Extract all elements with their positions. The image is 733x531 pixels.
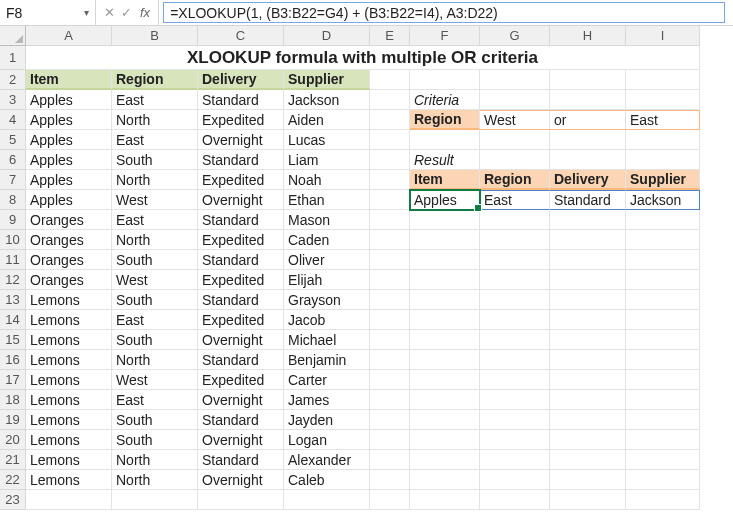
- cell-E7[interactable]: [370, 170, 410, 190]
- table-cell[interactable]: Apples: [26, 130, 112, 150]
- cell-E8[interactable]: [370, 190, 410, 210]
- row-head-16[interactable]: 16: [0, 350, 26, 370]
- result-cell[interactable]: Apples: [410, 190, 480, 210]
- table-cell[interactable]: Apples: [26, 150, 112, 170]
- cell-I12[interactable]: [626, 270, 700, 290]
- cell-F21[interactable]: [410, 450, 480, 470]
- res-hdr-supplier[interactable]: Supplier: [626, 170, 700, 190]
- cell-F18[interactable]: [410, 390, 480, 410]
- row-head-23[interactable]: 23: [0, 490, 26, 510]
- table-cell[interactable]: Lemons: [26, 390, 112, 410]
- row-head-2[interactable]: 2: [0, 70, 26, 90]
- table-cell[interactable]: Michael: [284, 330, 370, 350]
- table-cell[interactable]: Oranges: [26, 250, 112, 270]
- table-cell[interactable]: Overnight: [198, 130, 284, 150]
- select-all-corner[interactable]: [0, 26, 26, 46]
- table-cell[interactable]: Noah: [284, 170, 370, 190]
- table-cell[interactable]: Lemons: [26, 350, 112, 370]
- table-cell[interactable]: Oranges: [26, 270, 112, 290]
- table-cell[interactable]: Overnight: [198, 430, 284, 450]
- cell-G20[interactable]: [480, 430, 550, 450]
- cell-G12[interactable]: [480, 270, 550, 290]
- row-head-22[interactable]: 22: [0, 470, 26, 490]
- row-head-17[interactable]: 17: [0, 370, 26, 390]
- cell-E11[interactable]: [370, 250, 410, 270]
- cell-E13[interactable]: [370, 290, 410, 310]
- table-cell[interactable]: Caleb: [284, 470, 370, 490]
- cell-H6[interactable]: [550, 150, 626, 170]
- hdr-delivery[interactable]: Delivery: [198, 70, 284, 90]
- row-head-5[interactable]: 5: [0, 130, 26, 150]
- row-head-8[interactable]: 8: [0, 190, 26, 210]
- cell-E23[interactable]: [370, 490, 410, 510]
- cell-G22[interactable]: [480, 470, 550, 490]
- cell-F15[interactable]: [410, 330, 480, 350]
- criteria-value-2[interactable]: East: [626, 110, 700, 130]
- table-cell[interactable]: South: [112, 330, 198, 350]
- fx-icon[interactable]: fx: [140, 5, 150, 20]
- table-cell[interactable]: Expedited: [198, 170, 284, 190]
- res-hdr-region[interactable]: Region: [480, 170, 550, 190]
- cell-E5[interactable]: [370, 130, 410, 150]
- cell-E16[interactable]: [370, 350, 410, 370]
- row-head-13[interactable]: 13: [0, 290, 26, 310]
- cell-E15[interactable]: [370, 330, 410, 350]
- cell-H18[interactable]: [550, 390, 626, 410]
- row-head-20[interactable]: 20: [0, 430, 26, 450]
- col-head-F[interactable]: F: [410, 26, 480, 46]
- cell-H3[interactable]: [550, 90, 626, 110]
- table-cell[interactable]: East: [112, 90, 198, 110]
- table-cell[interactable]: Standard: [198, 150, 284, 170]
- cell-H14[interactable]: [550, 310, 626, 330]
- table-cell[interactable]: Overnight: [198, 390, 284, 410]
- cell-F10[interactable]: [410, 230, 480, 250]
- table-cell[interactable]: Mason: [284, 210, 370, 230]
- cell-I5[interactable]: [626, 130, 700, 150]
- cell-E4[interactable]: [370, 110, 410, 130]
- table-cell[interactable]: Lemons: [26, 450, 112, 470]
- table-cell[interactable]: Ethan: [284, 190, 370, 210]
- cell-I16[interactable]: [626, 350, 700, 370]
- table-cell[interactable]: James: [284, 390, 370, 410]
- col-head-G[interactable]: G: [480, 26, 550, 46]
- row-head-15[interactable]: 15: [0, 330, 26, 350]
- table-cell[interactable]: Standard: [198, 410, 284, 430]
- cell-E21[interactable]: [370, 450, 410, 470]
- cell-I13[interactable]: [626, 290, 700, 310]
- table-cell[interactable]: Standard: [198, 90, 284, 110]
- row-head-11[interactable]: 11: [0, 250, 26, 270]
- cell-I9[interactable]: [626, 210, 700, 230]
- cell-I11[interactable]: [626, 250, 700, 270]
- result-cell[interactable]: Jackson: [626, 190, 700, 210]
- cell-G21[interactable]: [480, 450, 550, 470]
- row-head-10[interactable]: 10: [0, 230, 26, 250]
- table-cell[interactable]: Jayden: [284, 410, 370, 430]
- table-cell[interactable]: North: [112, 170, 198, 190]
- table-cell[interactable]: Lemons: [26, 290, 112, 310]
- table-cell[interactable]: Overnight: [198, 330, 284, 350]
- row-head-4[interactable]: 4: [0, 110, 26, 130]
- table-cell[interactable]: East: [112, 210, 198, 230]
- table-cell[interactable]: Lemons: [26, 370, 112, 390]
- table-cell[interactable]: Overnight: [198, 190, 284, 210]
- table-cell[interactable]: Apples: [26, 90, 112, 110]
- table-cell[interactable]: South: [112, 250, 198, 270]
- result-cell[interactable]: Standard: [550, 190, 626, 210]
- table-cell[interactable]: Oranges: [26, 230, 112, 250]
- table-cell[interactable]: Lucas: [284, 130, 370, 150]
- cell-I17[interactable]: [626, 370, 700, 390]
- cell-F13[interactable]: [410, 290, 480, 310]
- table-cell[interactable]: Lemons: [26, 430, 112, 450]
- confirm-icon[interactable]: ✓: [121, 5, 132, 20]
- cell-G17[interactable]: [480, 370, 550, 390]
- cell-E2[interactable]: [370, 70, 410, 90]
- table-cell[interactable]: Lemons: [26, 410, 112, 430]
- cell-I2[interactable]: [626, 70, 700, 90]
- row-head-3[interactable]: 3: [0, 90, 26, 110]
- table-cell[interactable]: Liam: [284, 150, 370, 170]
- cell-H13[interactable]: [550, 290, 626, 310]
- cell-E9[interactable]: [370, 210, 410, 230]
- criteria-value-1[interactable]: West: [480, 110, 550, 130]
- cell-E14[interactable]: [370, 310, 410, 330]
- table-cell[interactable]: North: [112, 470, 198, 490]
